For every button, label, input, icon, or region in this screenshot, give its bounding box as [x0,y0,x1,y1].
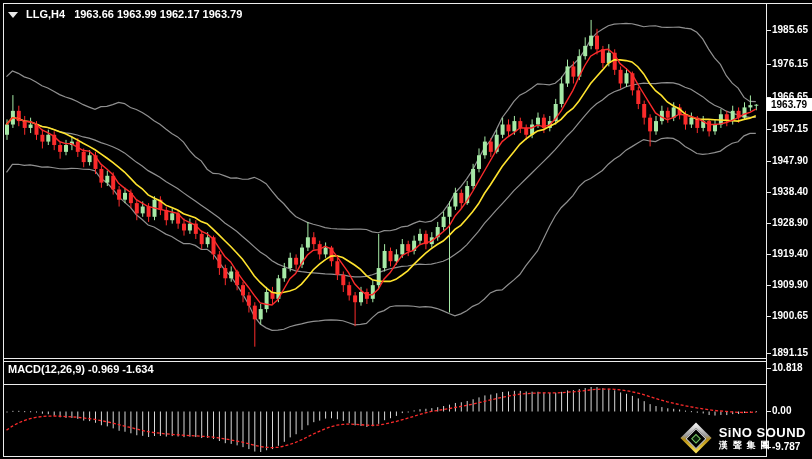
symbol-ohlc: 1963.66 1963.99 1962.17 1963.79 [74,8,242,20]
logo-line2: 漢聲集團 [719,440,806,451]
symbol-dropdown-icon[interactable] [8,12,18,18]
macd-axis-label: 10.818 [772,362,803,374]
macd-axis-label: 0.00 [772,405,791,417]
price-axis-label: 1900.65 [772,310,808,322]
window-border-left [3,3,4,457]
price-axis-line [766,3,767,457]
price-axis-tick-mark [766,64,771,65]
price-axis-label: 1928.90 [772,217,808,229]
macd-axis-tick-mark [766,368,771,369]
current-price-value: 1963.79 [771,99,807,110]
macd-indicator-label: MACD(12,26,9) -0.969 -1.634 [8,363,154,375]
macd-axis-tick-mark [766,411,771,412]
sino-sound-logo: SiNO SOUND 漢聲集團 [680,422,806,454]
diamond-logo-icon [680,422,712,454]
price-axis-tick-mark [766,192,771,193]
price-axis-label: 1985.65 [772,24,808,36]
price-axis-tick-mark [766,254,771,255]
logo-line1: SiNO SOUND [719,426,806,439]
price-axis-label: 1957.15 [772,123,808,135]
price-axis-label: 1919.40 [772,248,808,260]
symbol-info: LLG,H4 1963.66 1963.99 1962.17 1963.79 [6,8,242,20]
window-border-bottom [3,456,766,457]
price-axis-label: 1976.15 [772,58,808,70]
logo-text: SiNO SOUND 漢聲集團 [719,426,806,451]
price-axis-tick-mark [766,30,771,31]
panel-separator-lower[interactable] [3,361,766,362]
window-border-top [3,3,812,4]
price-axis-tick-mark [766,129,771,130]
price-axis-label: 1947.90 [772,155,808,167]
price-axis-label: 1909.90 [772,279,808,291]
price-axis-label: 1891.15 [772,347,808,359]
price-axis-tick-mark [766,285,771,286]
price-axis-label: 1938.40 [772,186,808,198]
macd-panel-border [3,384,766,385]
panel-separator[interactable] [3,358,766,359]
price-axis-tick-mark [766,223,771,224]
price-axis-tick-mark [766,316,771,317]
price-chart-canvas[interactable] [0,0,812,459]
current-price-tag: 1963.79 [766,98,812,111]
price-axis-tick-mark [766,161,771,162]
price-axis-tick-mark [766,353,771,354]
chart-window: LLG,H4 1963.66 1963.99 1962.17 1963.79 M… [0,0,812,459]
symbol-name: LLG,H4 [26,8,65,20]
